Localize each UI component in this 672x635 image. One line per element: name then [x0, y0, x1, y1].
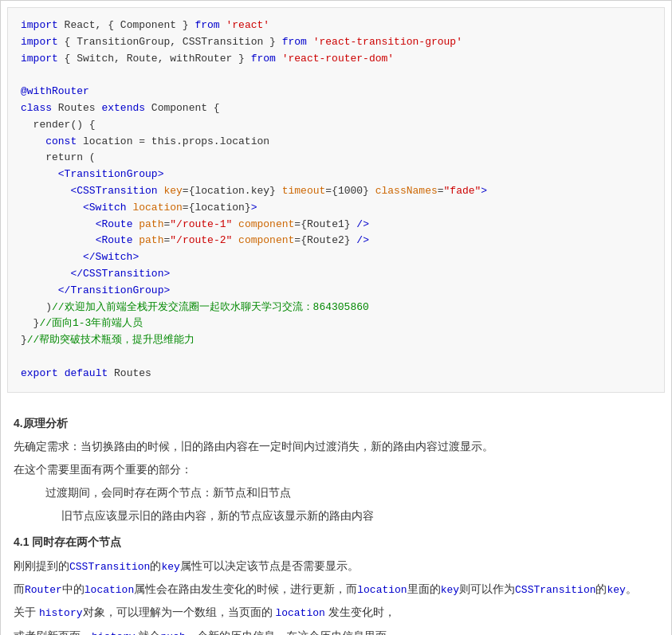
- para-7: 关于 history对象，可以理解为一个数组，当页面的 location 发生变…: [14, 602, 658, 622]
- code-line-18: )//欢迎加入前端全栈开发交流圈一起吹水聊天学习交流：864305860: [21, 300, 651, 316]
- code-line-1: import React, { Component } from 'react': [21, 18, 651, 34]
- code-line-19: }//面向1-3年前端人员: [21, 316, 651, 332]
- code-line-14: <Route path="/route-2" component={Route2…: [21, 233, 651, 249]
- para-1: 先确定需求：当切换路由的时候，旧的路由内容在一定时间内过渡消失，新的路由内容过渡…: [14, 437, 658, 457]
- para-4: 旧节点应该显示旧的路由内容，新的节点应该显示新的路由内容: [14, 506, 658, 526]
- code-line-10: <TransitionGroup>: [21, 167, 651, 183]
- para-3: 过渡期间，会同时存在两个节点：新节点和旧节点: [14, 483, 658, 503]
- code-line-6: class Routes extends Component {: [21, 100, 651, 117]
- code-line-22: export default Routes: [21, 366, 651, 382]
- section-title: 4.原理分析: [14, 414, 658, 433]
- code-line-4: [21, 67, 651, 84]
- para-8: 或者刷新页面，history 就会push一个新的历史信息。在这个历史信息里面，: [14, 626, 658, 635]
- code-line-11: <CSSTransition key={location.key} timeou…: [21, 183, 651, 200]
- code-line-15: </Switch>: [21, 249, 651, 266]
- subsection-4-1: 4.1 同时存在两个节点: [14, 532, 658, 552]
- code-line-12: <Switch location={location}>: [21, 200, 651, 217]
- para-6: 而Router中的location属性会在路由发生变化的时候，进行更新，而loc…: [14, 579, 658, 599]
- main-container: import React, { Component } from 'react'…: [0, 0, 672, 635]
- code-line-9: return (: [21, 150, 651, 167]
- code-line-20: }//帮助突破技术瓶颈，提升思维能力: [21, 332, 651, 349]
- code-block: import React, { Component } from 'react'…: [7, 7, 665, 393]
- code-line-13: <Route path="/route-1" component={Route1…: [21, 217, 651, 233]
- para-2: 在这个需要里面有两个重要的部分：: [14, 460, 658, 480]
- text-section: 4.原理分析 先确定需求：当切换路由的时候，旧的路由内容在一定时间内过渡消失，新…: [1, 399, 671, 635]
- code-line-21: [21, 349, 651, 366]
- code-line-3: import { Switch, Route, withRouter } fro…: [21, 51, 651, 68]
- code-line-17: </TransitionGroup>: [21, 283, 651, 300]
- para-5: 刚刚提到的CSSTransition的key属性可以决定该节点是否需要显示。: [14, 556, 658, 576]
- code-line-5: @withRouter: [21, 84, 651, 100]
- code-line-7: render() {: [21, 117, 651, 134]
- code-line-8: const location = this.props.location: [21, 134, 651, 151]
- code-line-16: </CSSTransition>: [21, 266, 651, 283]
- code-line-2: import { TransitionGroup, CSSTransition …: [21, 34, 651, 51]
